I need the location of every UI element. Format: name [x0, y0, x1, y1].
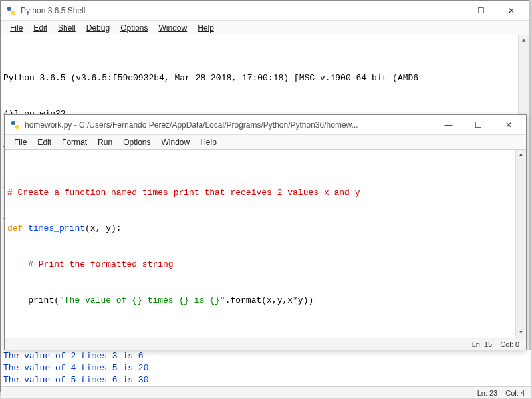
menu-debug[interactable]: Debug [81, 22, 115, 34]
menu-window[interactable]: Window [154, 22, 193, 34]
shell-window-controls: — ☐ ✕ [436, 1, 526, 20]
status-ln: Ln: 15 [472, 340, 493, 348]
menu-edit[interactable]: Edit [28, 22, 53, 34]
status-col: Col: 0 [500, 340, 519, 348]
minimize-button[interactable]: — [436, 1, 466, 20]
svg-rect-0 [7, 7, 11, 11]
svg-rect-3 [15, 125, 19, 129]
python-icon [10, 120, 21, 130]
code-line: print("The value of {} times {} is {}".f… [7, 295, 523, 307]
svg-rect-2 [11, 121, 15, 125]
scroll-down-icon[interactable]: ▼ [516, 327, 526, 338]
shell-output-line: The value of 4 times 5 is 20 [3, 362, 529, 374]
python-icon [6, 5, 17, 16]
close-button[interactable]: ✕ [493, 116, 523, 134]
code-line: # Create a function named times_print th… [7, 187, 523, 199]
menu-help[interactable]: Help [192, 22, 219, 34]
shell-output-line: The value of 5 times 6 is 30 [3, 374, 529, 386]
menu-file[interactable]: File [5, 22, 28, 34]
menu-options[interactable]: Options [118, 136, 156, 148]
editor-statusbar: Ln: 15 Col: 0 [5, 338, 526, 350]
menu-help[interactable]: Help [195, 136, 222, 148]
code-blank [7, 331, 523, 338]
code-line: def times_print(x, y): [7, 223, 523, 235]
shell-line: Python 3.6.5 (v3.6.5:f59c0932b4, Mar 28 … [3, 72, 526, 84]
editor-menubar: File Edit Format Run Options Window Help [5, 135, 526, 150]
scroll-up-icon[interactable]: ▲ [519, 35, 529, 46]
menu-format[interactable]: Format [57, 136, 92, 148]
close-button[interactable]: ✕ [496, 1, 526, 20]
minimize-button[interactable]: — [434, 116, 464, 134]
menu-edit[interactable]: Edit [32, 136, 57, 148]
svg-rect-1 [11, 11, 15, 15]
editor-scrollbar[interactable]: ▲ ▼ [515, 150, 526, 338]
shell-titlebar[interactable]: Python 3.6.5 Shell — ☐ ✕ [1, 1, 529, 21]
editor-window-controls: — ☐ ✕ [434, 116, 523, 134]
status-ln: Ln: 23 [477, 389, 498, 397]
shell-statusbar: Ln: 23 Col: 4 [1, 386, 531, 398]
status-col: Col: 4 [505, 389, 525, 397]
shell-output-area: The value of 2 times 3 is 6 The value of… [1, 350, 531, 386]
editor-title: homework.py - C:/Users/Fernando Perez/Ap… [25, 120, 434, 130]
shell-title: Python 3.6.5 Shell [21, 6, 436, 15]
scroll-up-icon[interactable]: ▲ [516, 150, 526, 160]
shell-output-line: The value of 2 times 3 is 6 [3, 350, 529, 362]
menu-window[interactable]: Window [156, 136, 196, 148]
menu-file[interactable]: File [9, 136, 32, 148]
menu-options[interactable]: Options [115, 22, 153, 34]
editor-window: homework.py - C:/Users/Fernando Perez/Ap… [4, 114, 527, 350]
scroll-track[interactable] [516, 160, 526, 327]
editor-text-area[interactable]: ▲ ▼ # Create a function named times_prin… [5, 150, 526, 338]
editor-titlebar[interactable]: homework.py - C:/Users/Fernando Perez/Ap… [5, 115, 526, 135]
menu-shell[interactable]: Shell [53, 22, 81, 34]
shell-menubar: File Edit Shell Debug Options Window Hel… [1, 21, 529, 35]
maximize-button[interactable]: ☐ [466, 1, 496, 20]
menu-run[interactable]: Run [92, 136, 118, 148]
code-line: # Print the formatted string [7, 259, 523, 271]
maximize-button[interactable]: ☐ [464, 116, 493, 134]
